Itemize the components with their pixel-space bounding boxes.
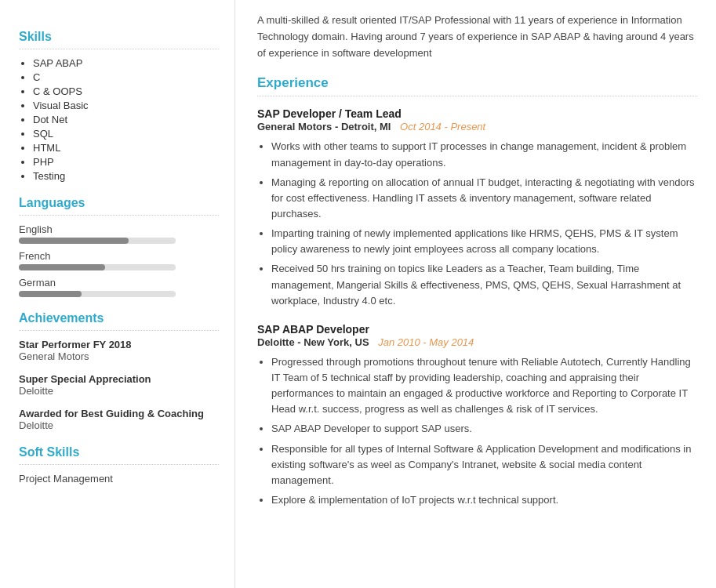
skill-item: HTML: [33, 142, 219, 154]
job-company: Deloitte - New York, US: [257, 336, 369, 348]
job-bullet: Received 50 hrs training on topics like …: [271, 261, 697, 308]
experience-title: Experience: [257, 75, 697, 91]
lang-label: English: [19, 223, 219, 235]
achievement-item: Star Performer FY 2018 General Motors: [19, 339, 219, 362]
achievement-title: Star Performer FY 2018: [19, 339, 219, 350]
achievement-item: Super Special Appreciation Deloitte: [19, 373, 219, 397]
job-bullet: Managing & reporting on allocation of an…: [271, 175, 697, 222]
skills-list: SAP ABAPCC & OOPSVisual BasicDot NetSQLH…: [19, 57, 219, 182]
softskills-section: Soft Skills Project Management: [19, 445, 219, 485]
languages-container: English French German: [19, 223, 219, 297]
job-bullet: Explore & implementation of IoT projects…: [271, 492, 697, 508]
softskills-container: Project Management: [19, 473, 219, 485]
job-bullets-list: Progressed through promotions throughout…: [257, 354, 697, 508]
achievement-org: Deloitte: [19, 385, 219, 397]
job-company: General Motors - Detroit, MI: [257, 121, 391, 132]
job-title: SAP ABAP Developer: [257, 323, 697, 336]
job-bullet: Works with other teams to support IT pro…: [271, 139, 697, 170]
skill-item: Testing: [33, 170, 219, 182]
job-meta: Deloitte - New York, US Jan 2010 - May 2…: [257, 336, 697, 348]
skills-section: Skills SAP ABAPCC & OOPSVisual BasicDot …: [19, 30, 219, 182]
summary-text: A multi-skilled & result oriented IT/SAP…: [257, 13, 697, 61]
achievement-org: Deloitte: [19, 419, 219, 431]
job-bullet: Progressed through promotions throughout…: [271, 354, 697, 418]
skill-item: PHP: [33, 156, 219, 168]
lang-bar-bg: [19, 291, 176, 297]
job-title: SAP Developer / Team Lead: [257, 107, 697, 120]
achievements-divider: [19, 330, 219, 331]
lang-bar-bg: [19, 238, 176, 244]
job-meta: General Motors - Detroit, MI Oct 2014 - …: [257, 121, 697, 132]
job-entry: SAP Developer / Team Lead General Motors…: [257, 107, 697, 308]
job-date: Jan 2010 - May 2014: [378, 336, 474, 348]
job-bullet: SAP ABAP Developer to support SAP users.: [271, 421, 697, 437]
language-item: English: [19, 223, 219, 244]
job-bullet: Imparting training of newly implemented …: [271, 226, 697, 257]
lang-bar-fill: [19, 291, 82, 297]
softskills-title: Soft Skills: [19, 445, 219, 459]
skill-item: C & OOPS: [33, 85, 219, 97]
lang-label: French: [19, 250, 219, 262]
languages-section: Languages English French German: [19, 196, 219, 297]
language-item: French: [19, 250, 219, 270]
achievements-section: Achievements Star Performer FY 2018 Gene…: [19, 311, 219, 431]
skill-item: SQL: [33, 128, 219, 140]
right-column: A multi-skilled & result oriented IT/SAP…: [235, 0, 716, 588]
lang-bar-bg: [19, 264, 176, 270]
skill-item: Visual Basic: [33, 100, 219, 111]
languages-divider: [19, 215, 219, 216]
achievement-title: Awarded for Best Guiding & Coaching: [19, 408, 219, 419]
achievement-title: Super Special Appreciation: [19, 373, 219, 385]
achievements-container: Star Performer FY 2018 General Motors Su…: [19, 339, 219, 431]
achievement-item: Awarded for Best Guiding & Coaching Delo…: [19, 408, 219, 431]
skill-item: SAP ABAP: [33, 57, 219, 69]
job-date: Oct 2014 - Present: [400, 121, 485, 132]
languages-title: Languages: [19, 196, 219, 210]
lang-bar-fill: [19, 264, 105, 270]
language-item: German: [19, 277, 219, 297]
lang-bar-fill: [19, 238, 129, 244]
skill-item: Dot Net: [33, 114, 219, 125]
jobs-container: SAP Developer / Team Lead General Motors…: [257, 107, 697, 508]
achievements-title: Achievements: [19, 311, 219, 325]
left-column: Skills SAP ABAPCC & OOPSVisual BasicDot …: [0, 0, 235, 588]
skills-divider: [19, 49, 219, 49]
lang-label: German: [19, 277, 219, 289]
softskill-item: Project Management: [19, 473, 219, 485]
skills-title: Skills: [19, 30, 219, 44]
job-entry: SAP ABAP Developer Deloitte - New York, …: [257, 323, 697, 508]
job-bullet: Responsible for all types of Internal So…: [271, 441, 697, 488]
softskills-divider: [19, 464, 219, 465]
skill-item: C: [33, 71, 219, 83]
experience-divider: [257, 96, 697, 96]
job-bullets-list: Works with other teams to support IT pro…: [257, 139, 697, 308]
achievement-org: General Motors: [19, 350, 219, 362]
